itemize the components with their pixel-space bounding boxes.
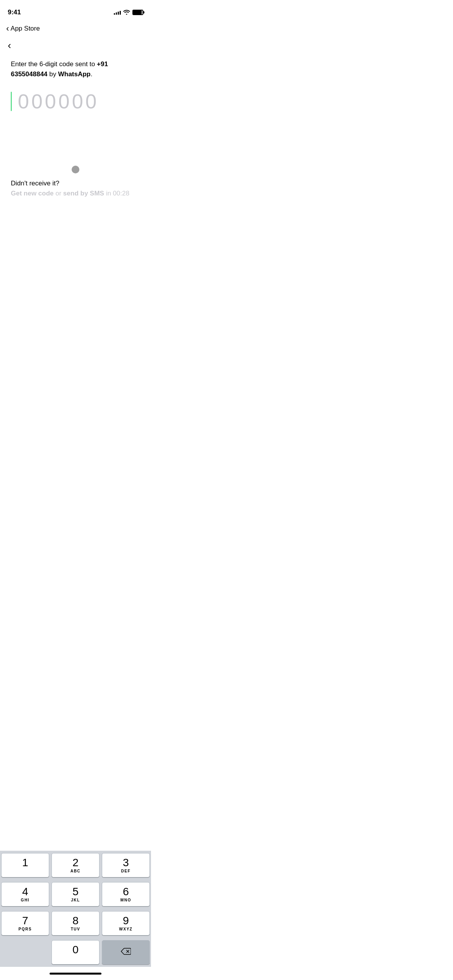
get-new-code-link[interactable]: Get new code (11, 190, 54, 197)
code-input-wrapper[interactable]: 000000 (11, 91, 140, 111)
nav-bar: ‹ App Store (0, 19, 151, 36)
instruction-period: . (91, 70, 93, 78)
send-by-sms-link[interactable]: send by SMS (63, 190, 104, 197)
cursor-line (11, 92, 12, 111)
app-store-back-button[interactable]: ‹ App Store (6, 24, 40, 33)
resend-or: or (54, 190, 63, 197)
main-content: Enter the 6-digit code sent to +91 63550… (0, 51, 151, 111)
resend-area: Didn't receive it? Get new code or send … (0, 166, 151, 197)
status-icons (114, 9, 143, 16)
battery-icon (132, 10, 143, 15)
content-back-button[interactable]: ‹ (0, 36, 151, 51)
service-name: WhatsApp (58, 70, 91, 78)
code-placeholder: 000000 (14, 90, 99, 113)
signal-bars-icon (114, 10, 121, 15)
instruction-prefix: Enter the 6-digit code sent to (11, 60, 97, 68)
back-chevron-icon: ‹ (6, 24, 9, 33)
wifi-icon (123, 9, 130, 16)
resend-options: Get new code or send by SMS in 00:28 (11, 190, 129, 197)
resend-bubble (72, 166, 79, 173)
instruction-suffix: by (48, 70, 58, 78)
instruction-text: Enter the 6-digit code sent to +91 63550… (11, 59, 140, 79)
status-bar: 9:41 (0, 0, 151, 19)
resend-timer: in 00:28 (104, 190, 129, 197)
resend-question: Didn't receive it? (11, 180, 59, 187)
status-time: 9:41 (8, 9, 21, 16)
app-store-back-label: App Store (10, 25, 40, 33)
